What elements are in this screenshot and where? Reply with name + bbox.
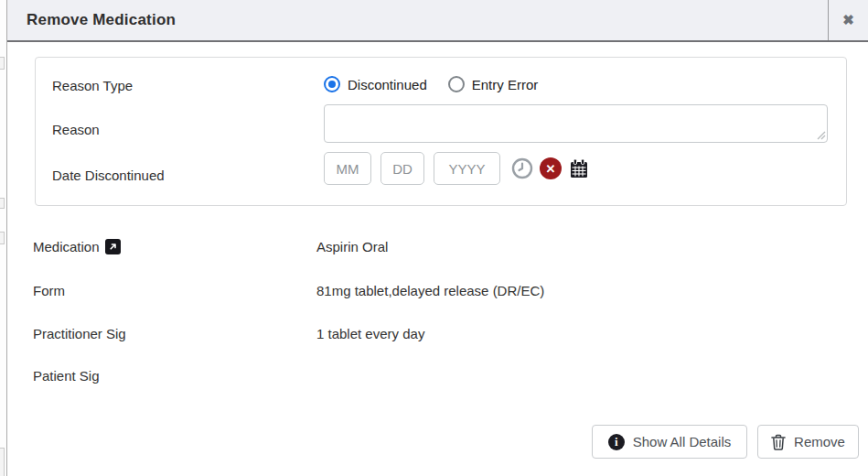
- medication-value: Aspirin Oral: [316, 239, 388, 254]
- year-input[interactable]: [434, 152, 500, 185]
- reason-type-row: Reason Type Discontinued Entry Error: [52, 76, 830, 96]
- modal-header: Remove Medication ✖: [7, 0, 868, 42]
- medication-label-wrap: Medication: [33, 239, 121, 254]
- radio-entry-error-control[interactable]: [448, 76, 465, 92]
- patient-sig-label: Patient Sig: [33, 368, 100, 384]
- red-x-glyph: ✕: [546, 162, 556, 176]
- radio-discontinued-label: Discontinued: [348, 77, 427, 92]
- external-link-icon[interactable]: [105, 239, 121, 254]
- reason-type-label: Reason Type: [52, 78, 133, 93]
- info-icon: i: [608, 434, 625, 450]
- remove-form-box: Reason Type Discontinued Entry Error Rea…: [35, 57, 847, 206]
- date-inputs: ✕: [324, 152, 590, 185]
- radio-entry-error[interactable]: Entry Error: [448, 76, 539, 92]
- month-input[interactable]: [324, 152, 371, 185]
- practitioner-sig-label: Practitioner Sig: [33, 326, 126, 341]
- clear-date-icon[interactable]: ✕: [540, 157, 562, 179]
- calendar-icon[interactable]: [568, 157, 590, 179]
- remove-medication-dialog: Remove Medication ✖ Reason Type Disconti…: [0, 0, 868, 476]
- form-label: Form: [33, 283, 65, 298]
- day-input[interactable]: [380, 152, 424, 185]
- date-discontinued-label: Date Discontinued: [52, 168, 165, 183]
- radio-discontinued[interactable]: Discontinued: [324, 76, 427, 92]
- trash-icon: [771, 434, 786, 450]
- dialog-title: Remove Medication: [7, 11, 176, 29]
- form-value: 81mg tablet,delayed release (DR/EC): [316, 283, 544, 298]
- info-glyph: i: [615, 436, 618, 448]
- radio-discontinued-control[interactable]: [324, 76, 340, 92]
- reason-label: Reason: [52, 122, 100, 137]
- practitioner-sig-value: 1 tablet every day: [316, 326, 424, 341]
- close-icon: ✖: [842, 12, 854, 28]
- medication-label: Medication: [33, 239, 100, 254]
- radio-entry-error-label: Entry Error: [472, 77, 539, 92]
- modal: Remove Medication ✖ Reason Type Disconti…: [6, 0, 868, 476]
- reason-input[interactable]: [324, 104, 828, 143]
- show-all-details-button[interactable]: i Show All Details: [592, 425, 747, 459]
- show-all-details-label: Show All Details: [633, 434, 732, 449]
- clock-icon[interactable]: [511, 157, 533, 179]
- close-button[interactable]: ✖: [828, 0, 868, 40]
- reason-type-radio-group: Discontinued Entry Error: [324, 76, 538, 92]
- remove-button[interactable]: Remove: [757, 425, 859, 459]
- underlying-page-sliver: [0, 0, 6, 476]
- remove-label: Remove: [794, 434, 845, 449]
